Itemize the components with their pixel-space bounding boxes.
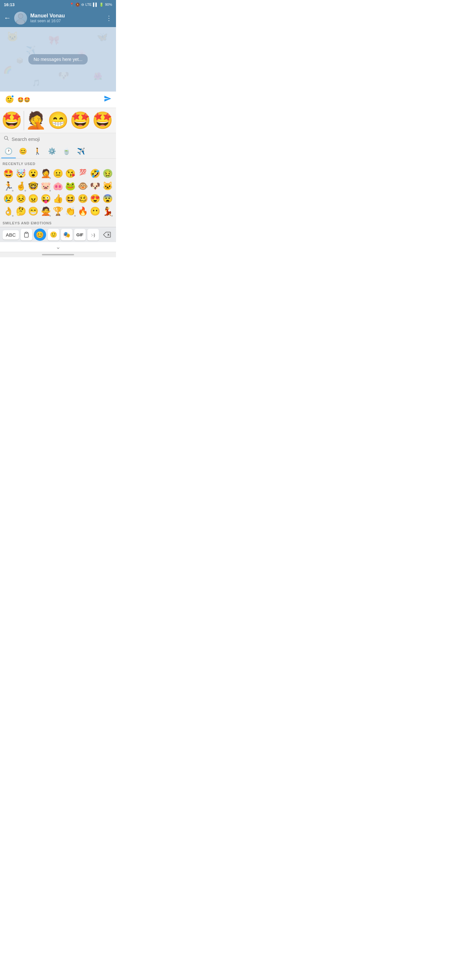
keyboard-bottom-bar: ABC 😊 🙂 🎭 GIF :-) (0, 227, 116, 242)
emoji-preview-star-face[interactable]: 🤩 (1, 111, 22, 130)
tab-smileys[interactable]: 😊 (16, 145, 30, 158)
status-time: 16:13 (4, 2, 14, 7)
emoji-cell[interactable]: 😍 (89, 193, 101, 205)
emoji-cell[interactable]: 🤯 (15, 168, 26, 180)
emoji-picker-button[interactable]: 🙂 (3, 94, 16, 106)
emoji-cell[interactable]: 🥴 (77, 193, 89, 205)
emoji-cell[interactable]: 👌 (3, 205, 14, 217)
backspace-icon (103, 232, 111, 238)
emoji-preview-facepalm[interactable]: 🤦 (25, 111, 46, 130)
gif-button[interactable]: GIF (74, 229, 86, 240)
clipboard-button[interactable] (21, 229, 32, 240)
emoji-cell[interactable]: 🐵 (77, 180, 89, 192)
emoji-cell[interactable]: 🙅 (40, 205, 51, 217)
emoji-cell[interactable]: 😣 (15, 193, 26, 205)
message-input[interactable] (17, 97, 100, 102)
back-button[interactable]: ← (4, 14, 11, 22)
collapse-button[interactable]: ⌄ (0, 242, 116, 252)
svg-rect-17 (25, 232, 27, 233)
chevron-down-icon: ⌄ (56, 244, 60, 250)
more-menu-button[interactable]: ⋮ (106, 14, 112, 22)
emoji-cell[interactable]: 🤩 (3, 168, 14, 180)
svg-text:🌈: 🌈 (3, 65, 12, 74)
clipboard-icon (23, 231, 30, 238)
avatar-image (14, 12, 27, 24)
emoji-cell[interactable]: 😮 (27, 168, 39, 180)
emoji-cell[interactable]: 😢 (3, 193, 14, 205)
emoji-cell[interactable]: 👍 (52, 193, 64, 205)
sticker-alt-icon: 🎭 (63, 231, 70, 238)
plane-icon: ✈️ (77, 147, 85, 155)
tab-people[interactable]: 🚶 (30, 145, 45, 158)
emoji-cell[interactable]: 😘 (64, 168, 76, 180)
emoji-cell[interactable]: 💯 (77, 168, 89, 180)
emoji-preview-star-green[interactable]: 🤩 (70, 111, 91, 130)
svg-text:🎵: 🎵 (32, 79, 40, 87)
smiley-icon: 😊 (19, 147, 27, 155)
category-tabs: 🕐 😊 🚶 ⚙️ 🍵 ✈️ (0, 145, 116, 159)
emoji-cell[interactable]: 😐 (52, 168, 64, 180)
abc-keyboard-button[interactable]: ABC (3, 230, 19, 240)
emoji-cell[interactable]: 😠 (27, 193, 39, 205)
emoji-search-input[interactable] (11, 136, 112, 142)
emoji-cell[interactable]: 🤓 (27, 180, 39, 192)
emoji-cell[interactable]: 😜 (40, 193, 51, 205)
status-bar: 16:13 📍 🔕 ⊖ LTE ▌▌ 🔋 90% (0, 0, 116, 9)
tab-travel[interactable]: ✈️ (74, 145, 88, 158)
emoji-cell[interactable]: 😁 (27, 205, 39, 217)
svg-point-2 (18, 14, 23, 18)
notification-dot (11, 95, 14, 98)
backspace-button[interactable] (100, 230, 113, 240)
svg-text:📦: 📦 (16, 57, 24, 64)
text-face-button[interactable]: :-) (87, 229, 99, 240)
emoji-cell[interactable]: 🤔 (15, 205, 26, 217)
recently-used-grid: 🤩 🤯 😮 🤦 😐 😘 💯 🤣 🤢 🏃 🤞 🤓 🐷 🐽 🐸 🐵 🐶 🐱 😢 😣 … (3, 168, 113, 217)
emoji-preview-row: 🤩 🤦 😁 🤩 🤩 (0, 108, 116, 133)
sticker-icon: 🙂 (50, 231, 57, 238)
nav-handle (0, 252, 116, 257)
emoji-cell[interactable]: 😨 (102, 193, 113, 205)
emoji-cell[interactable]: 🤦 (40, 168, 51, 180)
text-face-label: :-) (91, 232, 95, 237)
lte-label: LTE (86, 3, 92, 6)
emoji-cell[interactable]: 🐱 (102, 180, 113, 192)
emoji-cell[interactable]: 🤣 (89, 168, 101, 180)
gif-label: GIF (76, 232, 83, 237)
emoji-preview-star-eyes-2[interactable]: 😁 (48, 111, 68, 130)
tab-recent[interactable]: 🕐 (1, 145, 16, 158)
emoji-cell[interactable]: 🔥 (77, 205, 89, 217)
emoji-cell[interactable]: 😶 (89, 205, 101, 217)
chat-header: ← Manuel Vonau last seen at 16:07 ⋮ (0, 9, 116, 27)
emoji-keyboard-button[interactable]: 😊 (34, 229, 46, 241)
mute-icon: 🔕 (75, 3, 80, 7)
emoji-cell[interactable]: 😆 (64, 193, 76, 205)
emoji-cell[interactable]: 🤞 (15, 180, 26, 192)
clock-icon: 🕐 (5, 147, 13, 155)
emoji-divider (24, 111, 24, 130)
sticker-keyboard-button[interactable]: 🙂 (48, 229, 59, 240)
gif-sticker-button[interactable]: 🎭 (61, 229, 73, 240)
contact-name: Manuel Vonau (30, 13, 102, 19)
status-icons: 📍 🔕 ⊖ LTE ▌▌ 🔋 90% (70, 3, 112, 7)
smileys-label: SMILEYS AND EMOTIONS (3, 220, 113, 227)
emoji-cell[interactable]: 🏃 (3, 180, 14, 192)
svg-text:🌺: 🌺 (94, 72, 102, 81)
tab-objects[interactable]: ⚙️ (45, 145, 59, 158)
emoji-cell[interactable]: 💃 (102, 205, 113, 217)
emoji-cell[interactable]: 🐽 (52, 180, 64, 192)
avatar[interactable] (14, 12, 27, 24)
emoji-cell[interactable]: 🤢 (102, 168, 113, 180)
emoji-cell[interactable]: 🐷 (40, 180, 51, 192)
tab-food[interactable]: 🍵 (59, 145, 74, 158)
emoji-preview-star-brown[interactable]: 🤩 (92, 111, 113, 130)
emoji-cell[interactable]: 🐸 (64, 180, 76, 192)
svg-text:🐶: 🐶 (58, 70, 69, 81)
header-info: Manuel Vonau last seen at 16:07 (30, 13, 102, 23)
send-button[interactable] (102, 94, 113, 106)
svg-text:🐱: 🐱 (6, 31, 19, 43)
dnd-icon: ⊖ (81, 3, 84, 7)
emoji-cell[interactable]: 🐶 (89, 180, 101, 192)
emoji-cell[interactable]: 🏆 (52, 205, 64, 217)
nav-handle-bar (42, 254, 74, 255)
emoji-cell[interactable]: 👏 (64, 205, 76, 217)
